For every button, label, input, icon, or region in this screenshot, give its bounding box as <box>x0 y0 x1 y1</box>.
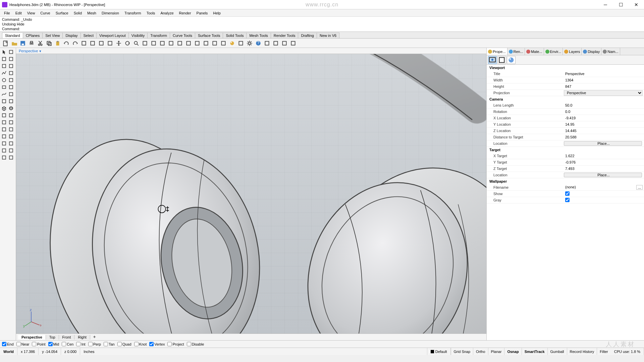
set-cplane-icon[interactable] <box>89 39 97 47</box>
status-toggle-osnap[interactable]: Osnap <box>504 348 521 355</box>
paste-icon[interactable] <box>54 39 62 47</box>
prop-value[interactable]: 7.493 <box>564 167 644 171</box>
hide-icon[interactable] <box>202 39 210 47</box>
set-layer-icon[interactable] <box>184 39 193 47</box>
sphere-icon[interactable] <box>8 105 14 112</box>
circle-icon[interactable] <box>1 77 7 83</box>
toolbar-tab-display[interactable]: Display <box>62 33 80 38</box>
toolbar-tab-transform[interactable]: Transform <box>147 33 170 38</box>
layer-states-icon[interactable] <box>176 39 184 47</box>
toolbar-tab-surface-tools[interactable]: Surface Tools <box>195 33 223 38</box>
osnap-point[interactable]: Point <box>32 342 45 346</box>
prop-value[interactable]: 847 <box>564 84 644 88</box>
osnap-cen[interactable]: Cen <box>62 342 73 346</box>
plan-view-icon[interactable] <box>97 39 105 47</box>
fillet-icon[interactable] <box>1 140 7 147</box>
toolbar-tab-visibility[interactable]: Visibility <box>128 33 148 38</box>
text-icon[interactable] <box>8 98 14 105</box>
zoom-extents-icon[interactable] <box>141 39 149 47</box>
window-select-icon[interactable] <box>1 56 7 62</box>
viewport-tab-front[interactable]: Front <box>59 335 75 340</box>
toolbar-tab-solid-tools[interactable]: Solid Tools <box>223 33 247 38</box>
osnap-tan[interactable]: Tan <box>104 342 115 346</box>
panel-tab-mate[interactable]: Mate... <box>525 48 544 55</box>
undo-view-icon[interactable] <box>158 39 166 47</box>
status-units[interactable]: Inches <box>80 348 427 355</box>
help-icon[interactable]: ? <box>254 39 262 47</box>
prop-value[interactable]: 14.445 <box>564 129 644 133</box>
prop-checkbox[interactable] <box>565 198 570 202</box>
zoom-selected-icon[interactable] <box>150 39 158 47</box>
toolbar-tab-set-view[interactable]: Set View <box>42 33 63 38</box>
status-layer[interactable]: Default <box>427 348 451 355</box>
rotate-icon[interactable] <box>123 39 131 47</box>
toolbar-tab-curve-tools[interactable]: Curve Tools <box>170 33 195 38</box>
move-cplane-icon[interactable] <box>80 39 88 47</box>
open-icon[interactable] <box>10 39 18 47</box>
scale-icon[interactable] <box>1 154 7 161</box>
osnap-perp[interactable]: Perp <box>88 342 101 346</box>
status-toggle-ortho[interactable]: Ortho <box>473 348 488 355</box>
cone-icon[interactable] <box>8 112 14 119</box>
rectangle-icon[interactable] <box>1 84 7 90</box>
shade-icon[interactable] <box>280 39 288 47</box>
toolbar-tab-mesh-tools[interactable]: Mesh Tools <box>246 33 271 38</box>
cut-icon[interactable] <box>36 39 44 47</box>
panel-tab-layers[interactable]: Layers <box>563 48 582 55</box>
menu-analyze[interactable]: Analyze <box>158 10 176 16</box>
show-icon[interactable] <box>193 39 201 47</box>
menu-curve[interactable]: Curve <box>38 10 53 16</box>
prop-value[interactable]: 1.622 <box>564 154 644 158</box>
mirror-icon[interactable] <box>8 147 14 154</box>
prop-value[interactable]: -9.419 <box>564 116 644 120</box>
redo-icon[interactable] <box>71 39 79 47</box>
status-toggle-filter[interactable]: Filter <box>597 348 610 355</box>
status-toggle-smarttrack[interactable]: SmartTrack <box>522 348 547 355</box>
viewport-tab-top[interactable]: Top <box>46 335 59 340</box>
named-cplane-icon[interactable] <box>8 63 14 69</box>
viewport-label[interactable]: Perspective▼ <box>17 49 43 53</box>
panel-tab-envir[interactable]: Envir... <box>544 48 563 55</box>
menu-file[interactable]: File <box>1 10 13 16</box>
object-props-icon[interactable] <box>272 39 280 47</box>
toolbar-tab-viewport-layout[interactable]: Viewport Layout <box>96 33 129 38</box>
viewport-canvas[interactable]: x y z <box>16 54 486 334</box>
toolbar-tab-new-in-v6[interactable]: New in V6 <box>317 33 339 38</box>
close-button[interactable]: ✕ <box>629 0 644 9</box>
status-toggle-record-history[interactable]: Record History <box>567 348 597 355</box>
point-icon[interactable] <box>8 70 14 76</box>
menu-edit[interactable]: Edit <box>13 10 24 16</box>
edit-layers-icon[interactable] <box>263 39 271 47</box>
menu-render[interactable]: Render <box>176 10 194 16</box>
menu-panels[interactable]: Panels <box>194 10 211 16</box>
prop-value[interactable]: -0.976 <box>564 160 644 164</box>
prop-button[interactable]: Place... <box>564 173 642 177</box>
redo-view-icon[interactable] <box>167 39 175 47</box>
maximize-button[interactable]: ☐ <box>613 0 629 9</box>
viewport-props-button[interactable] <box>488 56 497 64</box>
chamfer-icon[interactable] <box>8 140 14 147</box>
panel-tab-prope[interactable]: Prope... <box>487 48 507 55</box>
status-toggle-gumball[interactable]: Gumball <box>547 348 567 355</box>
browse-button[interactable]: ... <box>636 185 643 190</box>
osnap-near[interactable]: Near <box>16 342 30 346</box>
toolbar-tab-select[interactable]: Select <box>80 33 97 38</box>
viewport-tab-right[interactable]: Right <box>74 335 90 340</box>
options-icon[interactable] <box>246 39 254 47</box>
new-icon[interactable] <box>1 39 9 47</box>
interp-curve-icon[interactable] <box>8 91 14 98</box>
arc-icon[interactable] <box>8 77 14 83</box>
toolbar-tab-standard[interactable]: Standard <box>2 33 23 38</box>
polygon-icon[interactable] <box>8 84 14 90</box>
osnap-int[interactable]: Int <box>76 342 85 346</box>
prop-value[interactable]: 1364 <box>564 78 644 82</box>
boolean-icon[interactable] <box>1 133 7 140</box>
wireframe-icon[interactable] <box>289 39 297 47</box>
curve-icon[interactable] <box>1 91 7 98</box>
menu-tools[interactable]: Tools <box>144 10 158 16</box>
osnap-knot[interactable]: Knot <box>134 342 147 346</box>
loft-icon[interactable] <box>8 119 14 126</box>
prop-value[interactable]: Perspective <box>564 72 644 76</box>
unlock-icon[interactable] <box>219 39 227 47</box>
osnap-quad[interactable]: Quad <box>117 342 131 346</box>
